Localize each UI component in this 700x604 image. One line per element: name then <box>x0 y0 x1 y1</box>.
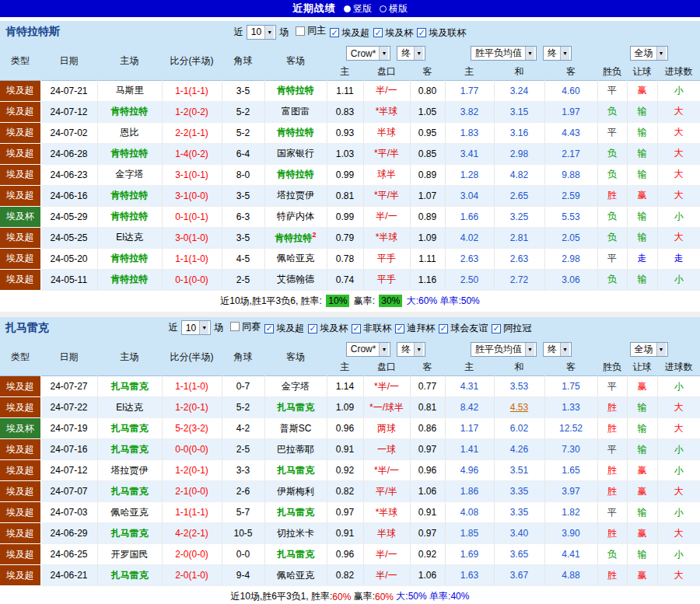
layout-radio-vertical[interactable]: 竖版 <box>344 2 372 16</box>
avg-draw-odds: 4.82 <box>494 164 544 185</box>
checkbox-checked-icon[interactable]: ✓ <box>264 324 274 333</box>
filter-checkbox[interactable]: ✓埃及杯 <box>373 26 413 40</box>
away-odds: 0.81 <box>410 397 445 418</box>
matches-tbody: 埃及超24-07-27扎马雷克1-1(1-0)0-7金字塔1.14*半/一0.7… <box>0 376 700 586</box>
match-date: 24-06-21 <box>40 565 97 586</box>
match-count-select[interactable]: 10 ▼ <box>247 25 276 40</box>
avg-odds-select[interactable]: 胜平负均值 ▼ <box>471 46 537 61</box>
score-cell: 2-0(0-0) <box>162 544 222 565</box>
filter-checkbox[interactable]: ✓埃及超 <box>264 322 304 335</box>
result-goals: 大 <box>657 523 700 544</box>
corner-cell: 0-7 <box>222 376 264 397</box>
filter-checkbox[interactable]: ✓埃及超 <box>330 26 369 40</box>
result-wdl: 胜 <box>597 481 627 502</box>
checkbox-unchecked-icon[interactable] <box>296 26 305 36</box>
avg-away-odds: 3.06 <box>544 269 597 290</box>
layout-radio-horizontal[interactable]: 横版 <box>380 2 408 16</box>
checkbox-checked-icon[interactable]: ✓ <box>395 324 404 333</box>
result-handicap: 赢 <box>627 185 657 206</box>
col-header-let: 让球 <box>627 64 657 80</box>
filter-checkbox[interactable]: 同赛 <box>230 320 261 333</box>
away-team: 扎马雷克 <box>264 544 327 565</box>
team-name: 扎马雷克 <box>5 317 49 339</box>
scope-select[interactable]: 全场 ▼ <box>630 342 668 357</box>
corner-cell: 4-5 <box>222 248 264 269</box>
checkbox-checked-icon[interactable]: ✓ <box>352 324 361 333</box>
avg-odds-select[interactable]: 胜平负均值 ▼ <box>471 342 537 357</box>
result-goals: 小 <box>657 206 700 227</box>
checkbox-checked-icon[interactable]: ✓ <box>417 28 426 37</box>
col-header-avg-away: 客 <box>544 360 597 376</box>
result-handicap: 输 <box>627 269 657 290</box>
avg-away-odds: 2.17 <box>544 143 597 164</box>
corner-cell: 9-4 <box>222 565 264 586</box>
avg-away-odds: 4.60 <box>544 80 597 101</box>
league-type-cell: 埃及超 <box>0 80 40 101</box>
odds-time-select-2[interactable]: 终 ▼ <box>543 46 572 61</box>
filter-checkbox[interactable]: ✓非联杯 <box>352 322 391 335</box>
away-team: 肯特拉特 <box>264 80 327 101</box>
home-odds: 0.92 <box>327 460 363 481</box>
filter-checkbox[interactable]: ✓埃及杯 <box>308 322 348 335</box>
avg-draw-odds: 3.51 <box>494 460 544 481</box>
col-header-away: 客场 <box>264 43 327 80</box>
home-team: 扎马雷克 <box>97 481 162 502</box>
checkbox-checked-icon[interactable]: ✓ <box>308 324 317 333</box>
chevron-down-icon: ▼ <box>264 26 274 39</box>
home-team: 肯特拉特 <box>97 143 162 164</box>
avg-odds-select-value: 胜平负均值 <box>475 343 522 356</box>
checkbox-unchecked-icon[interactable] <box>230 322 240 331</box>
filter-checkbox[interactable]: ✓迪拜杯 <box>395 322 435 335</box>
match-date: 24-05-25 <box>40 227 97 248</box>
match-date: 24-06-25 <box>40 544 97 565</box>
away-team: 切拉米卡 <box>264 523 327 544</box>
corner-cell: 2-5 <box>222 269 264 290</box>
topbar: 近期战绩 竖版 横版 <box>0 0 700 17</box>
checkbox-checked-icon[interactable]: ✓ <box>492 324 501 333</box>
result-handicap: 输 <box>627 164 657 185</box>
home-odds: 0.78 <box>327 248 363 269</box>
score-cell: 0-1(0-1) <box>162 206 222 227</box>
checkbox-checked-icon[interactable]: ✓ <box>373 28 383 37</box>
home-odds: 0.97 <box>327 502 363 523</box>
chevron-down-icon: ▼ <box>414 343 423 356</box>
filter-checkbox[interactable]: ✓球会友谊 <box>439 322 488 335</box>
odds-time-select-1[interactable]: 终 ▼ <box>397 342 425 357</box>
summary-line: 近10场,胜1平3负6, 胜率: 10% 赢率: 30% 大:60% 单率:50… <box>0 291 700 312</box>
bookmaker-select[interactable]: Crow* ▼ <box>346 46 391 61</box>
chevron-down-icon: ▼ <box>525 47 534 60</box>
team-section: 肯特拉特斯 近 10 ▼ 场 同主✓埃及超✓埃及杯✓埃及联杯 类型 <box>0 21 700 312</box>
avg-draw-odds: 6.02 <box>494 418 544 439</box>
match-filters: 近 10 ▼ 场 同主✓埃及超✓埃及杯✓埃及联杯 <box>234 24 466 40</box>
odds-time-select-1[interactable]: 终 ▼ <box>397 46 425 61</box>
match-count-select[interactable]: 10 ▼ <box>181 320 211 335</box>
checkbox-checked-icon[interactable]: ✓ <box>330 28 339 37</box>
home-team: 扎马雷克 <box>97 376 162 397</box>
filter-checkbox[interactable]: ✓埃及联杯 <box>417 26 466 40</box>
handicap-cell: 一球 <box>363 439 410 460</box>
filter-checkbox[interactable]: 同主 <box>296 24 326 37</box>
away-odds: 1.06 <box>410 565 445 586</box>
result-handicap: 赢 <box>627 376 657 397</box>
home-odds: 0.96 <box>327 544 363 565</box>
avg-home-odds: 1.85 <box>445 523 494 544</box>
near-label: 近 <box>169 321 178 334</box>
bookmaker-select[interactable]: Crow* ▼ <box>346 342 391 357</box>
match-row: 埃及杯24-05-29肯特拉特0-1(0-1)6-3特萨内体0.99半/一0.8… <box>0 206 700 227</box>
home-team: 肯特拉特 <box>97 206 162 227</box>
filter-checkbox[interactable]: ✓阿拉冠 <box>492 322 531 335</box>
col-header-type: 类型 <box>0 43 40 80</box>
match-count-value: 10 <box>186 323 196 333</box>
away-odds: 0.97 <box>410 439 445 460</box>
odds-time-select-2[interactable]: 终 ▼ <box>543 342 572 357</box>
scope-select[interactable]: 全场 ▼ <box>630 46 668 61</box>
result-wdl: 负 <box>597 143 627 164</box>
checkbox-checked-icon[interactable]: ✓ <box>439 324 448 333</box>
handicap-cell: 平手 <box>363 248 410 269</box>
match-date: 24-07-03 <box>40 502 97 523</box>
col-header-away: 客场 <box>264 339 327 376</box>
col-header-type: 类型 <box>0 339 40 376</box>
away-odds: 1.09 <box>410 227 445 248</box>
match-date: 24-07-27 <box>40 376 97 397</box>
games-label: 场 <box>214 321 223 334</box>
